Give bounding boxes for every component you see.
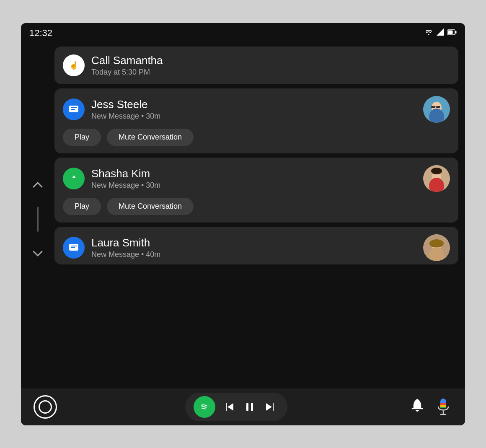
- play-button-jess[interactable]: Play: [63, 129, 101, 146]
- bottom-bar: [21, 388, 465, 425]
- device-frame: 12:32: [21, 23, 465, 425]
- notif-actions-shasha: Play Mute Conversation: [63, 198, 450, 215]
- svg-marker-0: [437, 28, 444, 36]
- home-inner-ring: [39, 400, 52, 414]
- notif-text-group-jess: Jess Steele New Message • 30m: [91, 98, 160, 121]
- notif-subtitle-shasha: New Message • 30m: [91, 181, 160, 190]
- svg-marker-36: [266, 403, 272, 411]
- svg-text:❝: ❝: [72, 175, 76, 182]
- notif-text-group-shasha: Shasha Kim New Message • 30m: [91, 167, 160, 190]
- svg-rect-13: [431, 106, 435, 108]
- notification-bell-button[interactable]: [411, 398, 424, 415]
- svg-text:☝: ☝: [69, 61, 79, 70]
- notif-text-group-laura: Laura Smith New Message • 40m: [91, 236, 160, 259]
- pause-button[interactable]: [240, 398, 259, 416]
- notif-left: ☝ Call Samantha Today at 5:30 PM: [63, 54, 163, 77]
- scroll-divider: [37, 207, 39, 232]
- notification-call-samantha: ☝ Call Samantha Today at 5:30 PM: [54, 47, 458, 84]
- microphone-button[interactable]: [434, 398, 452, 416]
- svg-rect-3: [448, 31, 453, 34]
- notification-shasha-kim: ❝ Shasha Kim New Message • 30m: [54, 158, 458, 223]
- svg-point-22: [431, 168, 442, 174]
- svg-marker-33: [227, 403, 233, 411]
- home-button[interactable]: [34, 395, 57, 419]
- status-time: 12:32: [29, 28, 52, 39]
- svg-rect-2: [455, 31, 457, 34]
- notif-icon-shasha: ❝: [63, 168, 85, 189]
- notif-icon-call: ☝: [63, 54, 85, 76]
- notif-actions-jess: Play Mute Conversation: [63, 129, 450, 146]
- notif-icon-laura: [63, 237, 85, 259]
- svg-marker-37: [273, 403, 274, 411]
- svg-marker-32: [226, 403, 227, 411]
- mute-conversation-button-shasha[interactable]: Mute Conversation: [107, 198, 194, 215]
- notif-subtitle-jess: New Message • 30m: [91, 112, 160, 121]
- avatar-jess: [423, 96, 450, 123]
- notif-title-shasha: Shasha Kim: [91, 167, 160, 180]
- prev-track-button[interactable]: [220, 398, 239, 416]
- status-bar: 12:32: [21, 23, 465, 41]
- notifications-list: ☝ Call Samantha Today at 5:30 PM: [54, 41, 465, 388]
- notif-left-laura: Laura Smith New Message • 40m: [63, 236, 160, 259]
- avatar-shasha: [423, 165, 450, 192]
- notif-header: ☝ Call Samantha Today at 5:30 PM: [63, 54, 450, 77]
- main-content: ☝ Call Samantha Today at 5:30 PM: [21, 41, 465, 388]
- bottom-left: [34, 395, 57, 419]
- next-track-button[interactable]: [261, 398, 279, 416]
- notification-laura-smith: Laura Smith New Message • 40m: [54, 227, 458, 264]
- svg-point-29: [429, 239, 444, 248]
- notif-text-group: Call Samantha Today at 5:30 PM: [91, 54, 163, 77]
- bottom-right: [411, 398, 452, 416]
- svg-rect-14: [436, 106, 440, 108]
- scroll-down-button[interactable]: [28, 244, 47, 263]
- notif-subtitle-laura: New Message • 40m: [91, 250, 160, 259]
- mute-conversation-button-jess[interactable]: Mute Conversation: [107, 129, 194, 146]
- avatar-laura: [423, 234, 450, 261]
- battery-icon: [447, 28, 457, 37]
- media-pill: [185, 393, 287, 421]
- scroll-up-button[interactable]: [28, 176, 47, 194]
- notif-icon-jess: [63, 98, 85, 120]
- notif-title-call: Call Samantha: [91, 54, 163, 67]
- signal-icon: [437, 28, 444, 38]
- notif-left-shasha: ❝ Shasha Kim New Message • 30m: [63, 167, 160, 190]
- notif-subtitle-call: Today at 5:30 PM: [91, 68, 163, 77]
- spotify-button[interactable]: [194, 396, 215, 418]
- notif-title-jess: Jess Steele: [91, 98, 160, 111]
- notif-header-laura: Laura Smith New Message • 40m: [63, 234, 450, 261]
- notif-left-jess: Jess Steele New Message • 30m: [63, 98, 160, 121]
- notification-jess-steele: Jess Steele New Message • 30m: [54, 88, 458, 153]
- notif-header-jess: Jess Steele New Message • 30m: [63, 96, 450, 123]
- svg-rect-35: [251, 403, 253, 411]
- wifi-icon: [424, 28, 433, 37]
- scroll-controls: [21, 41, 54, 388]
- svg-rect-41: [440, 407, 446, 408]
- play-button-shasha[interactable]: Play: [63, 198, 101, 215]
- notif-title-laura: Laura Smith: [91, 236, 160, 249]
- notif-header-shasha: ❝ Shasha Kim New Message • 30m: [63, 165, 450, 192]
- status-icons: [424, 28, 457, 38]
- svg-rect-34: [246, 403, 248, 411]
